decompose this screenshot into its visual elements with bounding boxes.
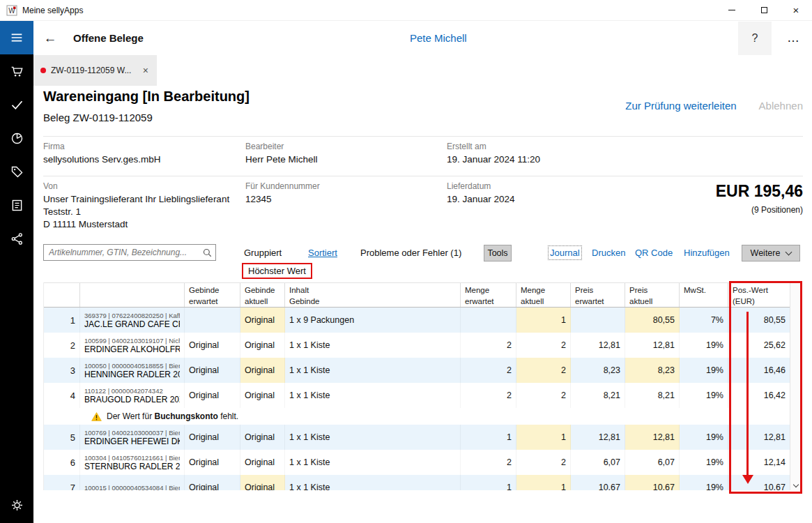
cell-gebinde-erwartet: Original xyxy=(185,475,240,490)
cell-preis-aktuell[interactable]: 12,81 xyxy=(625,333,680,358)
hamburger-menu-button[interactable] xyxy=(0,21,33,54)
von-line3: D 11111 Musterstadt xyxy=(43,219,128,229)
group-toggle[interactable]: Gruppiert xyxy=(244,248,282,258)
titlebar: W Meine sellyApps × xyxy=(0,0,812,21)
user-name-link[interactable]: Pete Michell xyxy=(410,32,467,44)
table-row[interactable]: 1369379 | 07622400820250 | Kaff...JAC.LE… xyxy=(44,308,802,333)
cell-gebinde-aktuell[interactable]: Original xyxy=(240,475,285,490)
sidebar-item-cart[interactable] xyxy=(0,54,33,88)
cell-gebinde-aktuell[interactable]: Original xyxy=(240,333,285,358)
cell-inhalt: 1 x 1 Kiste xyxy=(285,333,461,358)
help-button[interactable]: ? xyxy=(738,22,772,55)
cell-gebinde-aktuell[interactable]: Original xyxy=(240,450,285,475)
col-header-article[interactable] xyxy=(80,283,185,307)
cell-gebinde-aktuell[interactable]: Original xyxy=(240,425,285,450)
col-header-preis-erwartet[interactable]: Preis erwartet xyxy=(571,283,625,307)
cell-pos-wert: 16,46 xyxy=(728,358,790,383)
col-header-pos-wert[interactable]: Pos.-Wert (EUR) xyxy=(728,283,790,307)
cell-menge-aktuell[interactable]: 2 xyxy=(516,333,571,358)
sidebar-item-settings[interactable] xyxy=(0,488,33,522)
cell-inhalt: 1 x 1 Kiste xyxy=(285,425,461,450)
table-row[interactable]: 5100769 | 04002103000037 | Bier...ERDING… xyxy=(44,425,802,450)
header-more-button[interactable]: … xyxy=(779,22,808,55)
cell-menge-erwartet: 1 xyxy=(461,425,516,450)
cell-preis-aktuell[interactable]: 6,07 xyxy=(625,450,680,475)
cell-inhalt: 1 x 1 Kiste xyxy=(285,475,461,490)
sidebar-item-share[interactable] xyxy=(0,222,33,255)
cell-gebinde-erwartet: Original xyxy=(185,425,240,450)
cell-menge-aktuell[interactable]: 2 xyxy=(516,450,571,475)
scroll-down-button[interactable] xyxy=(790,483,802,487)
col-header-mwst[interactable]: MwSt. xyxy=(680,283,728,307)
table-row[interactable]: 7100015 | 00000040534084 | Bier...Origin… xyxy=(44,475,802,490)
cell-menge-aktuell[interactable]: 1 xyxy=(516,475,571,490)
cart-icon xyxy=(10,64,24,79)
close-button[interactable]: × xyxy=(780,0,812,20)
col-header-menge-erwartet[interactable]: Menge erwartet xyxy=(461,283,516,307)
sort-value-badge[interactable]: Höchster Wert xyxy=(242,263,312,279)
tab-close-button[interactable]: × xyxy=(141,65,150,76)
cell-preis-aktuell[interactable]: 80,55 xyxy=(625,308,680,333)
col-header-gebinde-erwartet[interactable]: Gebinde erwartet xyxy=(185,283,240,307)
cell-preis-aktuell[interactable]: 8,23 xyxy=(625,358,680,383)
minimize-button[interactable] xyxy=(716,0,748,20)
table-row[interactable]: 3100050 | 00000040518855 | Bier...HENNIN… xyxy=(44,358,802,383)
von-label: Von xyxy=(43,181,58,191)
col-header-preis-aktuell[interactable]: Preis aktuell xyxy=(625,283,680,307)
cell-num: 2 xyxy=(44,333,80,358)
table-row[interactable]: 6100304 | 04105760121661 | Bier...STERNB… xyxy=(44,450,802,475)
cell-mwst: 19% xyxy=(680,333,728,358)
close-icon: × xyxy=(793,5,799,15)
cell-menge-aktuell[interactable]: 1 xyxy=(516,425,571,450)
sort-toggle[interactable]: Sortiert xyxy=(308,248,337,258)
col-header-gebinde-aktuell[interactable]: Gebinde aktuell xyxy=(240,283,285,307)
cell-preis-aktuell[interactable]: 8,21 xyxy=(625,383,680,408)
ellipsis-icon: … xyxy=(787,31,799,45)
minimize-icon xyxy=(728,10,735,10)
sidebar-item-reports[interactable] xyxy=(0,121,33,155)
table-row[interactable]: 4110122 | 00000042074342BRAUGOLD RADLER … xyxy=(44,383,802,408)
von-line1: Unser Trainingslieferant Ihr Lieblingsli… xyxy=(43,194,229,204)
journal-link[interactable]: Journal xyxy=(550,248,580,258)
sidebar-item-documents[interactable] xyxy=(0,188,33,222)
cell-menge-aktuell[interactable]: 2 xyxy=(516,383,571,408)
col-header-inhalt-gebinde[interactable]: Inhalt Gebinde xyxy=(285,283,461,307)
cell-menge-erwartet: 2 xyxy=(461,383,516,408)
sidebar-item-articles[interactable] xyxy=(0,155,33,188)
search-icon[interactable] xyxy=(199,248,215,258)
tools-button[interactable]: Tools xyxy=(484,245,512,262)
cell-menge-aktuell[interactable]: 2 xyxy=(516,358,571,383)
table-scrollbar[interactable] xyxy=(790,282,802,490)
search-input[interactable] xyxy=(44,248,199,257)
kundennummer-value: 12345 xyxy=(245,194,272,204)
cell-num: 4 xyxy=(44,383,80,408)
back-button[interactable]: ← xyxy=(33,31,67,46)
col-header-num[interactable] xyxy=(44,283,80,307)
col-header-menge-aktuell[interactable]: Menge aktuell xyxy=(516,283,571,307)
chevron-down-icon xyxy=(793,482,799,487)
warning-icon xyxy=(91,412,102,421)
document-tab[interactable]: ZW-0119-112059 W... × xyxy=(33,55,157,86)
cell-menge-aktuell[interactable]: 1 xyxy=(516,308,571,333)
qr-code-link[interactable]: QR Code xyxy=(635,248,673,258)
reject-button[interactable]: Ablehnen xyxy=(759,100,803,112)
maximize-button[interactable] xyxy=(748,0,780,20)
cell-menge-erwartet: 1 xyxy=(461,475,516,490)
lieferdatum-value: 19. Januar 2024 xyxy=(447,194,515,204)
checkmark-icon xyxy=(10,98,24,112)
article-cell: 100050 | 00000040518855 | Bier...HENNING… xyxy=(80,358,185,383)
cell-gebinde-aktuell[interactable]: Original xyxy=(240,358,285,383)
print-link[interactable]: Drucken xyxy=(592,248,625,258)
cell-mwst: 19% xyxy=(680,358,728,383)
problems-filter[interactable]: Probleme oder Fehler (1) xyxy=(360,248,461,258)
cell-preis-aktuell[interactable]: 10,67 xyxy=(625,475,680,490)
cell-gebinde-aktuell[interactable]: Original xyxy=(240,308,285,333)
cell-gebinde-aktuell[interactable]: Original xyxy=(240,383,285,408)
sidebar-item-tasks[interactable] xyxy=(0,88,33,121)
add-link[interactable]: Hinzufügen xyxy=(684,248,730,258)
table-row[interactable]: 2100599 | 04002103019107 | Nich...ERDING… xyxy=(44,333,802,358)
more-dropdown-button[interactable]: Weitere xyxy=(742,245,800,262)
cell-preis-aktuell[interactable]: 12,81 xyxy=(625,425,680,450)
cell-menge-erwartet: 2 xyxy=(461,450,516,475)
forward-for-review-button[interactable]: Zur Prüfung weiterleiten xyxy=(625,100,736,112)
